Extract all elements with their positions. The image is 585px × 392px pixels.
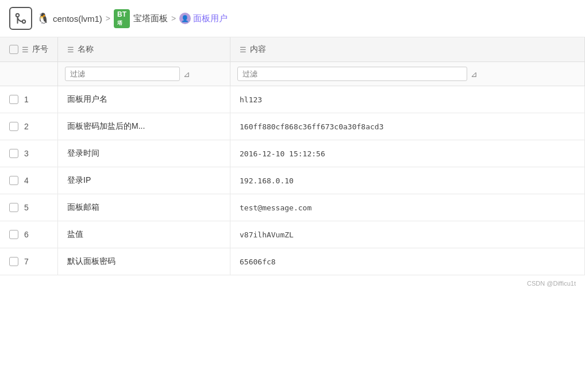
row-seq-cell: 4: [0, 167, 58, 194]
row-checkbox[interactable]: [9, 203, 18, 212]
row-num: 6: [24, 230, 29, 239]
table-row: 5面板邮箱test@message.com: [0, 194, 585, 221]
row-value-cell: 160ff880cf868c36ff673c0a30f8acd3: [230, 113, 585, 140]
table-row: 7默认面板密码65606fc8: [0, 248, 585, 275]
filter-content-icon[interactable]: ⊿: [471, 70, 478, 79]
row-num: 3: [24, 149, 29, 158]
table-body: 1面板用户名hl1232面板密码加盐后的M...160ff880cf868c36…: [0, 86, 585, 275]
row-seq-cell: 7: [0, 248, 58, 275]
row-num: 7: [24, 257, 29, 266]
breadcrumb-sep-2: >: [171, 14, 176, 23]
row-value-cell: 192.168.0.10: [230, 167, 585, 194]
table-row: 6盐值v87ilhAVumZL: [0, 221, 585, 248]
row-value-cell: hl123: [230, 86, 585, 113]
system-label: centos(lvm1): [53, 14, 102, 24]
user-icon: 👤: [179, 13, 191, 24]
col-content-label: 内容: [250, 44, 266, 55]
data-table: ☰ 序号 ☰ 名称 ☰ 内容: [0, 37, 585, 275]
row-name-cell: 面板用户名: [58, 86, 230, 113]
watermark-text: CSDN @Difficu1t: [527, 280, 576, 287]
row-checkbox[interactable]: [9, 122, 18, 131]
row-value-cell: 65606fc8: [230, 248, 585, 275]
filter-name-icon[interactable]: ⊿: [183, 70, 190, 79]
row-checkbox[interactable]: [9, 149, 18, 158]
row-checkbox[interactable]: [9, 176, 18, 185]
row-value-cell: v87ilhAVumZL: [230, 221, 585, 248]
linux-icon: 🐧: [37, 12, 49, 25]
table-row: 4登录IP192.168.0.10: [0, 167, 585, 194]
table-row: 3登录时间2016-12-10 15:12:56: [0, 140, 585, 167]
row-name-cell: 默认面板密码: [58, 248, 230, 275]
col-seq-label: 序号: [32, 44, 48, 55]
row-num: 5: [24, 203, 29, 212]
table-row: 2面板密码加盐后的M...160ff880cf868c36ff673c0a30f…: [0, 113, 585, 140]
col-content-header[interactable]: ☰ 内容: [230, 37, 585, 62]
filter-cell-content: ⊿: [230, 62, 585, 86]
col-seq-header[interactable]: ☰ 序号: [0, 37, 58, 62]
col-name-label: 名称: [78, 44, 94, 55]
table-header-row: ☰ 序号 ☰ 名称 ☰ 内容: [0, 37, 585, 62]
filter-cell-empty: [0, 62, 58, 86]
row-name-cell: 面板邮箱: [58, 194, 230, 221]
breadcrumb-bar: 🐧 centos(lvm1) > BT塔 宝塔面板 > 👤 面板用户: [0, 0, 585, 37]
row-checkbox[interactable]: [9, 230, 18, 239]
row-seq-cell: 6: [0, 221, 58, 248]
row-checkbox[interactable]: [9, 95, 18, 104]
user-link-label: 面板用户: [193, 13, 228, 24]
row-name-cell: 登录IP: [58, 167, 230, 194]
row-num: 4: [24, 176, 29, 185]
table-container: ☰ 序号 ☰ 名称 ☰ 内容: [0, 37, 585, 275]
row-num: 1: [24, 95, 29, 104]
git-icon: [9, 7, 32, 30]
filter-name-input[interactable]: [65, 67, 180, 81]
row-checkbox[interactable]: [9, 257, 18, 266]
row-num: 2: [24, 122, 29, 131]
breadcrumb-sep-1: >: [106, 14, 110, 23]
row-value-cell: test@message.com: [230, 194, 585, 221]
row-name-cell: 面板密码加盐后的M...: [58, 113, 230, 140]
row-name-cell: 盐值: [58, 221, 230, 248]
row-seq-cell: 3: [0, 140, 58, 167]
breadcrumb-text: 🐧 centos(lvm1) > BT塔 宝塔面板 > 👤 面板用户: [37, 9, 228, 28]
row-seq-cell: 1: [0, 86, 58, 113]
header-checkbox[interactable]: [9, 45, 18, 54]
table-row: 1面板用户名hl123: [0, 86, 585, 113]
filter-cell-name: ⊿: [58, 62, 230, 86]
filter-content-input[interactable]: [237, 67, 467, 81]
row-value-cell: 2016-12-10 15:12:56: [230, 140, 585, 167]
user-link[interactable]: 👤 面板用户: [179, 13, 228, 24]
row-name-cell: 登录时间: [58, 140, 230, 167]
filter-row: ⊿ ⊿: [0, 62, 585, 86]
row-seq-cell: 5: [0, 194, 58, 221]
bt-badge: BT塔: [114, 9, 130, 28]
watermark: CSDN @Difficu1t: [0, 275, 585, 291]
col-name-header[interactable]: ☰ 名称: [58, 37, 230, 62]
row-seq-cell: 2: [0, 113, 58, 140]
panel-label: 宝塔面板: [133, 13, 168, 24]
